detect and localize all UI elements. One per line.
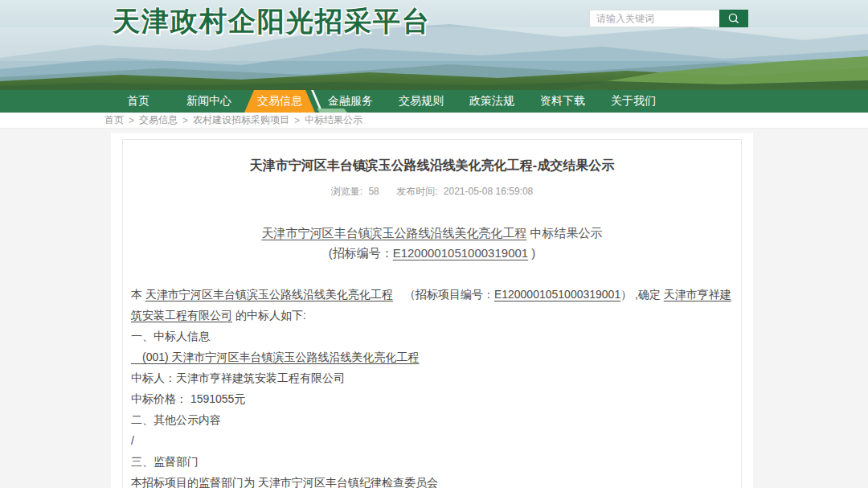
bid-number: E1200001051000319001 — [393, 246, 529, 260]
nav-item-about[interactable]: 关于我们 — [598, 90, 669, 113]
article-meta: 浏览量: 58 发布时间: 2021-05-08 16:59:08 — [129, 185, 735, 199]
section-3-heading: 三、监督部门 — [131, 451, 733, 472]
nav-item-policies[interactable]: 政策法规 — [457, 90, 527, 113]
text-segment: 本招标项目的监督部门为 — [131, 476, 255, 488]
paragraph-intro: 本 天津市宁河区丰台镇滨玉公路线沿线美化亮化工程 （招标项目编号：E120000… — [131, 284, 733, 326]
search-input[interactable] — [589, 10, 719, 27]
text-segment: ） ,确定 — [620, 288, 664, 301]
text-segment: 二、其他公示内容 — [131, 413, 221, 426]
breadcrumb-rural-projects[interactable]: 农村建设招标采购项目 — [193, 113, 289, 127]
project-name-underlined: 天津市宁河区丰台镇滨玉公路线沿线美化亮化工程 — [145, 288, 393, 301]
views-count: 58 — [368, 186, 379, 197]
nav-item-trade-info-active[interactable]: 交易信息 — [244, 90, 315, 113]
section-1-heading: 一、中标人信息 — [131, 326, 733, 347]
text-segment: 本 — [131, 288, 145, 301]
subtitle-line-2: (招标编号：E1200001051000319001 ) — [129, 243, 735, 263]
subtitle-suffix: 中标结果公示 — [526, 226, 602, 240]
breadcrumb: 首页 > 交易信息 > 农村建设招标采购项目 > 中标结果公示 — [0, 113, 868, 129]
slash-line: / — [131, 430, 733, 451]
bid-number-underlined: E1200001051000319001 — [494, 288, 620, 301]
nav-item-home[interactable]: 首页 — [103, 90, 174, 113]
bid-no-prefix: (招标编号： — [329, 246, 393, 260]
publish-time: 2021-05-08 16:59:08 — [444, 186, 533, 197]
article-title: 天津市宁河区丰台镇滨玉公路线沿线美化亮化工程-成交结果公示 — [129, 158, 735, 174]
price-line: 中标价格： 1591055元 — [131, 388, 733, 409]
text-segment: 中标价格： 1591055元 — [131, 392, 245, 405]
header-banner: 天津政村企阳光招采平台 — [0, 0, 868, 90]
text-segment: 三、监督部门 — [131, 455, 199, 468]
project-name-link: 天津市宁河区丰台镇滨玉公路线沿线美化亮化工程 — [261, 226, 526, 240]
breadcrumb-trade-info[interactable]: 交易信息 — [139, 113, 178, 127]
nav-item-downloads[interactable]: 资料下载 — [527, 90, 598, 113]
breadcrumb-separator: > — [294, 115, 300, 126]
site-title: 天津政村企阳光招采平台 — [113, 3, 431, 40]
search-box — [589, 10, 748, 27]
breadcrumb-result-notice[interactable]: 中标结果公示 — [305, 113, 362, 127]
breadcrumb-separator: > — [129, 115, 134, 126]
bid-no-suffix: ) — [528, 246, 535, 260]
main-nav: 首页 新闻中心 交易信息 金融服务 交易规则 政策法规 资料下载 关于我们 — [0, 90, 868, 113]
page-body: 天津市宁河区丰台镇滨玉公路线沿线美化亮化工程-成交结果公示 浏览量: 58 发布… — [0, 129, 868, 488]
publish-time-label: 发布时间: — [396, 186, 437, 197]
article-body: 本 天津市宁河区丰台镇滨玉公路线沿线美化亮化工程 （招标项目编号：E120000… — [129, 284, 735, 488]
article-subtitle: 天津市宁河区丰台镇滨玉公路线沿线美化亮化工程 中标结果公示 (招标编号：E120… — [129, 223, 735, 263]
nav-item-news[interactable]: 新闻中心 — [174, 90, 244, 113]
section-2-heading: 二、其他公示内容 — [131, 409, 733, 430]
nav-item-trade-rules[interactable]: 交易规则 — [386, 90, 457, 113]
supervisor-line: 本招标项目的监督部门为 天津市宁河区丰台镇纪律检查委员会 — [131, 472, 733, 488]
content-wrapper: 天津市宁河区丰台镇滨玉公路线沿线美化亮化工程-成交结果公示 浏览量: 58 发布… — [111, 133, 753, 488]
breadcrumb-separator: > — [182, 115, 188, 126]
supervisor-name-underlined: 天津市宁河区丰台镇纪律检查委员会 — [255, 476, 438, 488]
text-segment: （招标项目编号： — [393, 288, 494, 301]
search-icon — [727, 12, 740, 25]
text-segment: 一、中标人信息 — [131, 330, 210, 342]
search-button[interactable] — [719, 10, 748, 27]
text-segment: / — [131, 434, 134, 447]
active-tab-accent — [317, 109, 347, 113]
lot-001-line: (001) 天津市宁河区丰台镇滨玉公路线沿线美化亮化工程 — [131, 347, 733, 367]
views-label: 浏览量: — [331, 186, 362, 197]
lot-name-underlined: (001) 天津市宁河区丰台镇滨玉公路线沿线美化亮化工程 — [131, 351, 420, 363]
subtitle-line-1: 天津市宁河区丰台镇滨玉公路线沿线美化亮化工程 中标结果公示 — [129, 223, 735, 243]
breadcrumb-home[interactable]: 首页 — [104, 113, 124, 127]
article-card: 天津市宁河区丰台镇滨玉公路线沿线美化亮化工程-成交结果公示 浏览量: 58 发布… — [122, 139, 742, 488]
winner-line: 中标人：天津市亨祥建筑安装工程有限公司 — [131, 367, 733, 388]
text-segment: 的中标人如下: — [232, 309, 306, 322]
text-segment: 中标人：天津市亨祥建筑安装工程有限公司 — [131, 371, 345, 384]
